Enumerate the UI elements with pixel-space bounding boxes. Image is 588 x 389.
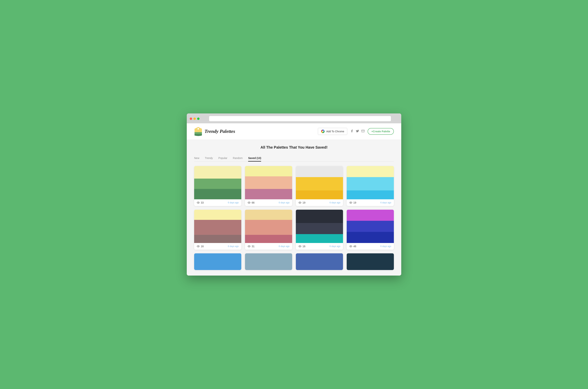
swatch <box>347 166 394 177</box>
partial-palette-card[interactable] <box>347 253 394 270</box>
email-icon[interactable] <box>361 129 365 133</box>
nav-right: Add To Chrome <box>318 128 394 135</box>
svg-point-11 <box>249 246 249 247</box>
partial-palette-card[interactable] <box>245 253 292 270</box>
svg-point-2 <box>198 128 199 130</box>
swatch <box>296 191 343 199</box>
tab-popular[interactable]: Popular <box>218 155 227 162</box>
palette-info: 31 6 days ago <box>245 243 292 250</box>
page-title: All The Palettes That You Have Saved! <box>194 145 394 150</box>
close-button[interactable] <box>190 118 192 120</box>
views-count: 66 <box>248 201 255 204</box>
views-count: 31 <box>248 245 255 248</box>
palette-info: 33 6 days ago <box>194 199 241 206</box>
browser-window: Trendy Palettes Add To Chrome <box>187 113 401 276</box>
swatch <box>296 177 343 191</box>
palette-info: 48 6 days ago <box>347 243 394 250</box>
palette-card[interactable]: 16 6 days ago <box>194 210 241 250</box>
swatch <box>296 234 343 243</box>
palette-card[interactable]: 19 6 days ago <box>347 166 394 206</box>
swatch <box>194 166 241 179</box>
swatch <box>245 220 292 235</box>
swatch <box>347 232 394 243</box>
swatch <box>245 253 292 270</box>
logo-title: Trendy Palettes <box>205 129 235 134</box>
swatch <box>245 235 292 243</box>
swatch <box>194 210 241 220</box>
swatch <box>347 253 394 270</box>
palette-swatches <box>347 210 394 243</box>
palette-card[interactable]: 33 6 days ago <box>194 166 241 206</box>
logo-icon <box>194 127 202 136</box>
tabs: New Trendy Popular Random Saved (13) <box>194 155 394 162</box>
tab-trendy[interactable]: Trendy <box>205 155 213 162</box>
palette-info: 19 6 days ago <box>347 199 394 206</box>
swatch <box>296 166 343 177</box>
add-to-chrome-label: Add To Chrome <box>326 130 344 133</box>
palette-swatches <box>194 166 241 199</box>
palette-card[interactable]: 19 6 days ago <box>296 166 343 206</box>
swatch <box>245 176 292 189</box>
svg-rect-0 <box>195 132 202 134</box>
logo-area: Trendy Palettes <box>194 127 235 136</box>
partial-palettes-grid <box>194 253 394 270</box>
palette-swatches <box>296 166 343 199</box>
palette-swatches <box>245 166 292 199</box>
partial-palette-card[interactable] <box>194 253 241 270</box>
svg-point-13 <box>351 246 351 247</box>
swatch <box>245 210 292 220</box>
palette-card[interactable]: 16 6 days ago <box>296 210 343 250</box>
fullscreen-button[interactable] <box>197 118 200 120</box>
eye-icon <box>298 201 301 204</box>
eye-icon <box>298 245 301 247</box>
palettes-grid: 33 6 days ago <box>194 166 394 250</box>
swatch <box>296 223 343 234</box>
swatch <box>296 210 343 223</box>
facebook-icon[interactable] <box>350 129 353 133</box>
svg-point-10 <box>198 246 199 247</box>
eye-icon <box>349 201 352 204</box>
add-to-chrome-button[interactable]: Add To Chrome <box>318 128 347 135</box>
views-count: 33 <box>197 201 204 204</box>
eye-icon <box>248 201 251 204</box>
eye-icon <box>349 245 352 247</box>
url-bar[interactable] <box>209 116 391 121</box>
partial-palette-card[interactable] <box>296 253 343 270</box>
swatch <box>347 210 394 221</box>
views-count: 48 <box>349 245 356 248</box>
main-content: All The Palettes That You Have Saved! Ne… <box>187 140 401 276</box>
views-count: 19 <box>298 201 305 204</box>
tab-new[interactable]: New <box>194 155 199 162</box>
tab-saved[interactable]: Saved (13) <box>248 155 261 162</box>
palette-info: 16 6 days ago <box>296 243 343 250</box>
palette-card[interactable]: 31 6 days ago <box>245 210 292 250</box>
svg-rect-1 <box>195 134 202 135</box>
partial-swatches <box>194 253 241 270</box>
palette-swatches <box>296 210 343 243</box>
palette-swatches <box>245 210 292 243</box>
swatch <box>347 191 394 199</box>
palette-info: 66 6 days ago <box>245 199 292 206</box>
tab-random[interactable]: Random <box>233 155 243 162</box>
swatch <box>347 177 394 191</box>
create-palette-button[interactable]: +Create Palette <box>368 128 394 135</box>
swatch <box>194 189 241 199</box>
partial-swatches <box>296 253 343 270</box>
svg-point-7 <box>249 202 249 203</box>
swatch <box>245 189 292 199</box>
eye-icon <box>197 201 200 204</box>
svg-point-8 <box>299 202 300 203</box>
partial-swatches <box>245 253 292 270</box>
traffic-lights <box>190 118 200 120</box>
svg-point-5 <box>322 131 323 132</box>
palette-card[interactable]: 66 6 days ago <box>245 166 292 206</box>
minimize-button[interactable] <box>193 118 196 120</box>
svg-point-9 <box>351 202 351 203</box>
svg-point-12 <box>299 246 300 247</box>
palette-info: 19 6 days ago <box>296 199 343 206</box>
views-count: 16 <box>298 245 305 248</box>
eye-icon <box>248 245 251 247</box>
palette-card[interactable]: 48 6 days ago <box>347 210 394 250</box>
palette-info: 16 6 days ago <box>194 243 241 250</box>
twitter-icon[interactable] <box>356 129 359 133</box>
